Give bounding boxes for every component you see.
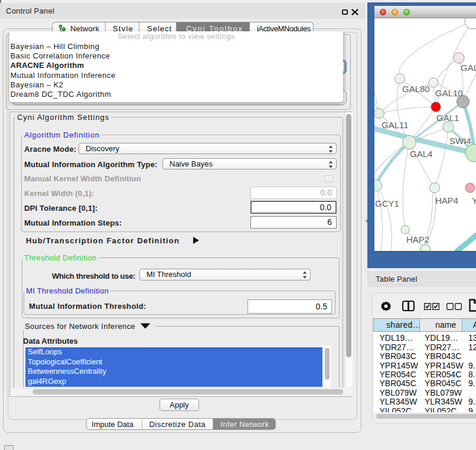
svg-text:YJ: YJ: [472, 195, 476, 206]
svg-text:HAP4: HAP4: [435, 195, 458, 206]
svg-text:GAL4: GAL4: [410, 149, 432, 159]
svg-text:HAP2: HAP2: [406, 234, 429, 244]
svg-text:GAL10: GAL10: [435, 88, 463, 98]
svg-text:GCY1: GCY1: [375, 198, 399, 208]
svg-text:GAL7: GAL7: [461, 63, 476, 73]
svg-text:GAL80: GAL80: [402, 84, 430, 94]
svg-text:GAL1: GAL1: [436, 113, 459, 123]
svg-text:GAL11: GAL11: [382, 120, 409, 130]
svg-text:SWI4: SWI4: [449, 136, 471, 146]
